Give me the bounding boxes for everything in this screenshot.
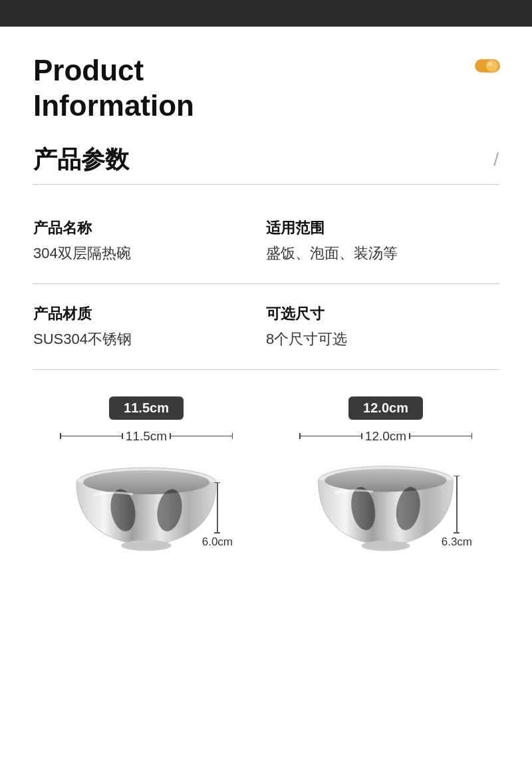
size-width-1: 11.5cm (126, 429, 167, 444)
size-item-2: 12.0cm 12.0cm (273, 396, 499, 555)
param-size-options: 可选尺寸 8个尺寸可选 (266, 291, 499, 363)
param-value-scope: 盛饭、泡面、装汤等 (266, 243, 499, 263)
param-label-size: 可选尺寸 (266, 304, 499, 324)
svg-point-2 (488, 62, 492, 66)
param-scope: 适用范围 盛饭、泡面、装汤等 (266, 205, 499, 277)
params-table: 产品名称 304双层隔热碗 适用范围 盛饭、泡面、装汤等 产品材质 SUS304… (33, 205, 499, 370)
params-row-2: 产品材质 SUS304不锈钢 可选尺寸 8个尺寸可选 (33, 291, 499, 370)
sizes-row: 11.5cm 11.5cm (33, 396, 499, 555)
toggle-icon[interactable] (475, 59, 499, 72)
section-slash: / (493, 149, 499, 170)
section-title-cn: 产品参数 (33, 144, 129, 176)
svg-point-7 (121, 540, 172, 551)
svg-point-12 (361, 540, 410, 550)
param-material: 产品材质 SUS304不锈钢 (33, 291, 266, 363)
size-badge-1: 11.5cm (109, 396, 184, 420)
size-height-2: 6.3cm (442, 536, 472, 549)
param-label-material: 产品材质 (33, 304, 266, 324)
param-value-name: 304双层隔热碗 (33, 243, 266, 263)
size-item-1: 11.5cm 11.5cm (33, 396, 259, 555)
top-bar (0, 0, 532, 27)
size-height-1: 6.0cm (202, 536, 233, 549)
product-info-title: Product Information (33, 53, 194, 124)
params-row-1: 产品名称 304双层隔热碗 适用范围 盛饭、泡面、装汤等 (33, 205, 499, 284)
param-value-material: SUS304不锈钢 (33, 329, 266, 349)
param-value-size: 8个尺寸可选 (266, 329, 499, 349)
bowl-svg-2 (313, 462, 459, 555)
svg-point-4 (83, 470, 209, 494)
sizes-section: 11.5cm 11.5cm (33, 396, 499, 569)
param-label-scope: 适用范围 (266, 218, 499, 238)
svg-point-9 (325, 468, 446, 492)
param-product-name: 产品名称 304双层隔热碗 (33, 205, 266, 277)
top-divider (33, 184, 499, 185)
bowl-svg-1 (73, 462, 219, 555)
svg-point-1 (486, 60, 498, 72)
size-badge-2: 12.0cm (348, 396, 423, 420)
param-label-name: 产品名称 (33, 218, 266, 238)
size-width-2: 12.0cm (365, 429, 406, 444)
